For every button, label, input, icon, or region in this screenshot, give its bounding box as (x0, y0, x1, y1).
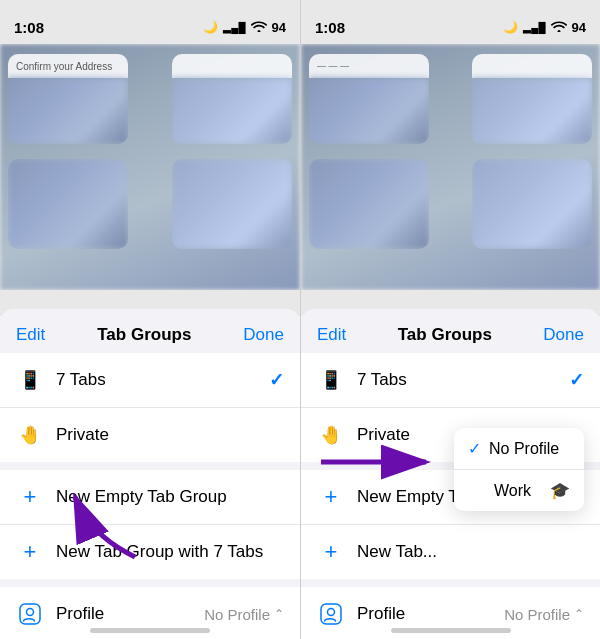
edit-button-left[interactable]: Edit (16, 325, 45, 345)
tabs-icon-left: 📱 (16, 366, 44, 394)
graduation-icon: 🎓 (550, 481, 570, 500)
plus-icon-2-right: + (317, 538, 345, 566)
sheet-title-right: Tab Groups (398, 325, 492, 345)
profile-value-left: No Profile ⌃ (204, 606, 284, 623)
battery-right: 94 (572, 20, 586, 35)
wifi-icon-right (551, 20, 567, 35)
signal-left: ▂▄█ (223, 22, 245, 33)
browser-card-2 (172, 54, 292, 144)
profile-icon-left (16, 600, 44, 628)
chevron-icon-right: ⌃ (574, 607, 584, 621)
browser-card-3 (8, 159, 128, 249)
right-panel: — — — 1:08 🌙 ▂▄█ 94 ((·)) #//ShareDrop (300, 0, 600, 639)
browser-bg-right: — — — (301, 44, 600, 290)
home-indicator-left (90, 628, 210, 633)
sheet-header-left: Edit Tab Groups Done (0, 309, 300, 353)
profile-label-right: Profile (357, 604, 504, 624)
sheet-title-left: Tab Groups (97, 325, 191, 345)
profile-label-left: Profile (56, 604, 204, 624)
new-group-left[interactable]: + New Tab Group with 7 Tabs (0, 525, 300, 579)
profile-icon-right (317, 600, 345, 628)
new-empty-left[interactable]: + New Empty Tab Group (0, 470, 300, 525)
done-button-left[interactable]: Done (243, 325, 284, 345)
tabs-icon-right: 📱 (317, 366, 345, 394)
svg-point-1 (27, 609, 34, 616)
no-profile-label: No Profile (489, 440, 559, 458)
dropdown-no-profile[interactable]: ✓ No Profile (454, 428, 584, 470)
done-button-right[interactable]: Done (543, 325, 584, 345)
profile-value-right: No Profile ⌃ (504, 606, 584, 623)
browser-card-4 (172, 159, 292, 249)
tabs-label-left: 7 Tabs (56, 370, 269, 390)
home-indicator-right (391, 628, 511, 633)
plus-icon-1-right: + (317, 483, 345, 511)
private-item-left[interactable]: 🤚 Private (0, 408, 300, 462)
moon-icon-left: 🌙 (203, 20, 218, 34)
private-label-left: Private (56, 425, 284, 445)
plus-icon-1-left: + (16, 483, 44, 511)
new-items-left: + New Empty Tab Group + New Tab Group wi… (0, 470, 300, 579)
tabs-item-right[interactable]: 📱 7 Tabs ✓ (301, 353, 600, 408)
work-label: Work (494, 482, 531, 500)
tab-list-left: 📱 7 Tabs ✓ 🤚 Private (0, 353, 300, 462)
profile-dropdown[interactable]: ✓ No Profile Work 🎓 (454, 428, 584, 511)
new-group-label-right: New Tab... (357, 542, 584, 562)
signal-right: ▂▄█ (523, 22, 545, 33)
svg-point-4 (328, 609, 335, 616)
tabs-item-left[interactable]: 📱 7 Tabs ✓ (0, 353, 300, 408)
time-right: 1:08 (315, 19, 345, 36)
browser-card-r4 (472, 159, 592, 249)
new-group-right[interactable]: + New Tab... (301, 525, 600, 579)
browser-card-1: Confirm your Address (8, 54, 128, 144)
private-icon-left: 🤚 (16, 421, 44, 449)
bottom-sheet-left: Edit Tab Groups Done 📱 7 Tabs ✓ 🤚 Privat… (0, 309, 300, 639)
left-panel: Confirm your Address 1:08 🌙 ▂▄█ 94 ((·)) (0, 0, 300, 639)
status-bar-right: 1:08 🌙 ▂▄█ 94 (301, 0, 600, 44)
tabs-label-right: 7 Tabs (357, 370, 569, 390)
bottom-sheet-right: Edit Tab Groups Done 📱 7 Tabs ✓ 🤚 Privat… (301, 309, 600, 639)
browser-card-r2 (472, 54, 592, 144)
tabs-check-right: ✓ (569, 369, 584, 391)
browser-bg-left: Confirm your Address (0, 44, 300, 290)
status-bar-left: 1:08 🌙 ▂▄█ 94 (0, 0, 300, 44)
plus-icon-2-left: + (16, 538, 44, 566)
browser-card-r1: — — — (309, 54, 429, 144)
moon-icon-right: 🌙 (503, 20, 518, 34)
new-group-label-left: New Tab Group with 7 Tabs (56, 542, 284, 562)
chevron-icon-left: ⌃ (274, 607, 284, 621)
no-profile-check: ✓ (468, 439, 481, 458)
time-left: 1:08 (14, 19, 44, 36)
browser-url-right: — — — (317, 61, 349, 71)
new-empty-label-left: New Empty Tab Group (56, 487, 284, 507)
wifi-icon-left (251, 20, 267, 35)
private-icon-right: 🤚 (317, 421, 345, 449)
edit-button-right[interactable]: Edit (317, 325, 346, 345)
sheet-header-right: Edit Tab Groups Done (301, 309, 600, 353)
browser-card-r3 (309, 159, 429, 249)
tabs-check-left: ✓ (269, 369, 284, 391)
battery-left: 94 (272, 20, 286, 35)
dropdown-work[interactable]: Work 🎓 (454, 470, 584, 511)
